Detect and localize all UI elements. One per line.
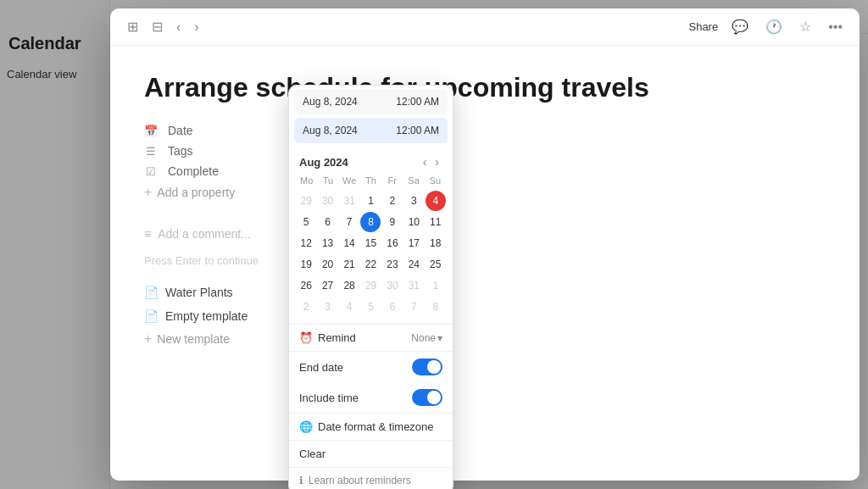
cal-day-2-3[interactable]: 15 — [360, 233, 381, 253]
property-date[interactable]: 📅 Date — [144, 120, 826, 141]
cal-day-3-1[interactable]: 20 — [318, 254, 338, 275]
end-date-value: Aug 8, 2024 — [303, 125, 358, 136]
remind-row: ⏰ Remind None ▾ — [289, 325, 453, 351]
cal-day-5-1[interactable]: 3 — [318, 297, 338, 317]
cal-day-2-4[interactable]: 16 — [382, 233, 403, 253]
remind-none-btn[interactable]: None ▾ — [411, 332, 442, 344]
end-date-toggle-label: End date — [299, 361, 343, 374]
cal-day-2-0[interactable]: 12 — [296, 233, 316, 253]
add-icon: + — [144, 185, 152, 200]
comment-input-area[interactable]: ≡ Add a comment... — [144, 220, 826, 247]
cal-day-5-2[interactable]: 4 — [339, 297, 359, 317]
day-su: Su — [425, 174, 446, 187]
day-tu: Tu — [317, 174, 338, 187]
enter-hint: Press Enter to continue — [144, 254, 826, 267]
day-we: We — [339, 174, 360, 187]
month-label: Aug 2024 — [299, 156, 348, 169]
days-grid: 2930311234567891011121314151617181920212… — [296, 191, 446, 317]
include-time-toggle[interactable] — [412, 389, 442, 406]
remind-icon: ⏰ — [299, 331, 313, 344]
cal-day-3-2[interactable]: 21 — [339, 254, 359, 275]
doc-toolbar: ⊞ ⊟ ‹ › Share 💬 🕐 ☆ ••• — [110, 8, 860, 46]
property-tags[interactable]: ☰ Tags — [144, 141, 826, 161]
comment-section: ≡ Add a comment... Press Enter to contin… — [144, 220, 826, 267]
days-header: Mo Tu We Th Fr Sa Su — [296, 174, 446, 187]
cal-day-0-0[interactable]: 29 — [296, 191, 316, 211]
cal-day-5-0[interactable]: 2 — [296, 297, 316, 317]
new-template-btn[interactable]: + New template — [144, 328, 826, 350]
none-label: None — [411, 332, 436, 344]
cal-day-5-5[interactable]: 7 — [403, 297, 424, 317]
nav-back-btn[interactable]: ‹ — [173, 18, 184, 36]
nav-forward-btn[interactable]: › — [191, 18, 202, 36]
cal-day-3-4[interactable]: 23 — [382, 254, 403, 275]
doc-title[interactable]: Arrange schedule for upcoming travels — [144, 71, 826, 103]
cal-day-1-5[interactable]: 10 — [403, 212, 424, 232]
cal-day-1-1[interactable]: 6 — [318, 212, 338, 232]
date-format-row[interactable]: 🌐 Date format & timezone — [289, 414, 453, 440]
cal-day-0-2[interactable]: 31 — [339, 191, 359, 211]
expand-btn[interactable]: ⊟ — [148, 17, 166, 36]
end-time-value: 12:00 AM — [396, 125, 439, 136]
complete-icon: ☑ — [144, 164, 158, 178]
template-name-2: Empty template — [165, 309, 248, 323]
start-date-row[interactable]: Aug 8, 2024 12:00 AM — [294, 89, 448, 114]
cal-day-1-4[interactable]: 9 — [382, 212, 403, 232]
cal-day-3-3[interactable]: 22 — [360, 254, 381, 275]
cal-day-3-5[interactable]: 24 — [403, 254, 424, 275]
learn-link[interactable]: ℹ Learn about reminders — [289, 468, 453, 489]
cal-day-1-3[interactable]: 8 — [360, 212, 381, 232]
include-time-text: Include time — [299, 392, 359, 404]
comment-icon[interactable]: 💬 — [728, 17, 752, 36]
cal-day-5-4[interactable]: 6 — [382, 297, 403, 317]
template-empty[interactable]: 📄 Empty template — [144, 304, 826, 328]
picker-footer: ⏰ Remind None ▾ End date Include time — [289, 324, 453, 489]
end-date-label-text: End date — [299, 361, 343, 374]
cal-day-2-6[interactable]: 18 — [426, 233, 446, 253]
add-property-btn[interactable]: + Add a property — [144, 181, 826, 203]
next-month-cal-btn[interactable]: › — [431, 153, 442, 170]
cal-day-1-6[interactable]: 11 — [426, 212, 446, 232]
cal-day-0-3[interactable]: 1 — [360, 191, 381, 211]
cal-day-3-6[interactable]: 25 — [426, 254, 446, 275]
cal-day-0-4[interactable]: 2 — [382, 191, 403, 211]
cal-day-0-6[interactable]: 4 — [426, 191, 446, 211]
property-complete[interactable]: ☑ Complete — [144, 161, 826, 181]
cal-day-4-4[interactable]: 30 — [382, 275, 403, 296]
more-options-btn[interactable]: ••• — [825, 18, 846, 36]
history-icon[interactable]: 🕐 — [762, 17, 786, 36]
cal-day-2-2[interactable]: 14 — [339, 233, 359, 253]
end-date-row[interactable]: Aug 8, 2024 12:00 AM — [294, 118, 448, 143]
cal-day-4-6[interactable]: 1 — [426, 275, 446, 296]
prev-month-cal-btn[interactable]: ‹ — [420, 153, 431, 170]
cal-day-2-5[interactable]: 17 — [403, 233, 424, 253]
date-picker-popup: Aug 8, 2024 12:00 AM Aug 8, 2024 12:00 A… — [288, 85, 453, 489]
template-list: 📄 Water Plants 📄 Empty template + New te… — [144, 281, 826, 350]
clear-button[interactable]: Clear — [289, 441, 453, 467]
day-sa: Sa — [403, 174, 424, 187]
cal-day-4-0[interactable]: 26 — [296, 275, 316, 296]
cal-day-2-1[interactable]: 13 — [318, 233, 338, 253]
end-date-toggle-row: End date — [289, 352, 453, 382]
cal-day-3-0[interactable]: 19 — [296, 254, 316, 275]
cal-day-0-5[interactable]: 3 — [403, 191, 424, 211]
cal-day-4-2[interactable]: 28 — [339, 275, 359, 296]
star-icon[interactable]: ☆ — [796, 17, 815, 36]
date-icon: 📅 — [144, 124, 158, 137]
cal-day-0-1[interactable]: 30 — [318, 191, 338, 211]
cal-day-4-3[interactable]: 29 — [360, 275, 381, 296]
cal-day-4-5[interactable]: 31 — [403, 275, 424, 296]
day-mo: Mo — [296, 174, 317, 187]
comment-placeholder: Add a comment... — [158, 227, 251, 241]
cal-day-1-2[interactable]: 7 — [339, 212, 359, 232]
collapse-btn[interactable]: ⊞ — [124, 17, 142, 36]
template-water-plants[interactable]: 📄 Water Plants — [144, 281, 826, 304]
template-name-1: Water Plants — [165, 286, 233, 299]
cal-day-1-0[interactable]: 5 — [296, 212, 316, 232]
cal-day-5-6[interactable]: 8 — [426, 297, 446, 317]
end-date-toggle[interactable] — [412, 358, 442, 375]
cal-day-5-3[interactable]: 5 — [360, 297, 381, 317]
cal-day-4-1[interactable]: 27 — [318, 275, 338, 296]
share-button[interactable]: Share — [688, 20, 718, 33]
date-label: Date — [168, 124, 227, 137]
